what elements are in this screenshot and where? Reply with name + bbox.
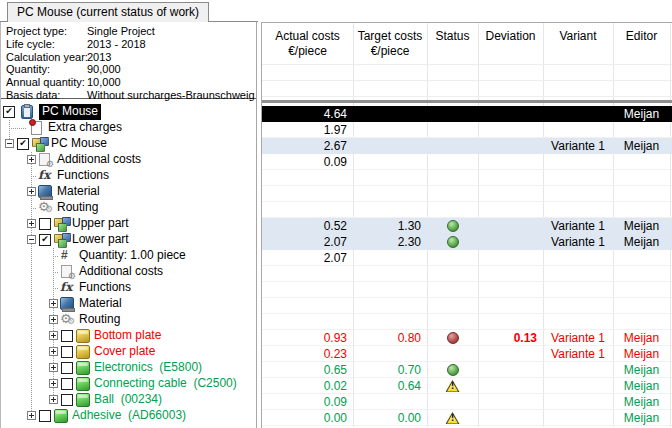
tree-row-routing[interactable]: ⚙Routing [1,312,256,328]
expand-plus-icon[interactable] [49,379,58,388]
tree-row-routing[interactable]: ⚙Routing [1,200,256,216]
tree-label[interactable]: Electronics (E5800) [94,360,202,376]
tree-label[interactable]: Routing [57,200,98,216]
tree-label[interactable]: Adhesive (AD66003) [72,408,186,424]
table-row-adhesive-ad66003[interactable]: 0.000.00!Meijan [262,410,672,426]
tree-label[interactable]: Bottom plate [94,328,161,344]
table-row-material[interactable] [262,298,672,314]
expand-plus-icon[interactable] [27,411,36,420]
tree-label[interactable]: Additional costs [79,264,163,280]
tree-row-additional-costs[interactable]: Additional costs [1,152,256,168]
tree-row-functions[interactable]: fxFunctions [1,280,256,296]
assembly-icon [32,136,48,152]
tree-row-lower-part[interactable]: Lower part [1,232,256,248]
tree-checkbox[interactable] [39,410,51,422]
table-row-upper-part[interactable]: 0.521.30Variante 1Meijan [262,218,672,234]
table-row-lower-part[interactable]: 2.072.30Variante 1Meijan [262,234,672,250]
tree-checkbox[interactable] [61,394,73,406]
tree-checkbox[interactable] [39,234,51,246]
actual-costs-cell: 0.93 [262,330,353,346]
tree-checkbox[interactable] [39,218,51,230]
table-row-extra-charges[interactable]: 1.97 [262,122,672,138]
tree-label[interactable]: Upper part [72,216,129,232]
table-row-routing[interactable] [262,314,672,330]
column-header-status: Status [427,23,478,44]
tree-label[interactable]: Material [57,184,100,200]
collapse-minus-icon[interactable] [5,139,14,148]
tree-label[interactable]: Cover plate [94,344,155,360]
collapse-minus-icon[interactable] [27,235,36,244]
tree-label[interactable]: Functions [57,168,109,184]
target-costs-cell [353,250,427,266]
table-row-cover-plate[interactable]: 0.23Variante 1Meijan [262,346,672,362]
tree-label[interactable]: Material [79,296,122,312]
table-row-functions[interactable] [262,282,672,298]
table-row-bottom-plate[interactable]: 0.930.800.13Variante 1Meijan [262,330,672,346]
variant-cell: Variante 1 [543,138,613,154]
tree-label[interactable]: Connecting cable (C2500) [94,376,237,392]
tree-row-cover-plate[interactable]: Cover plate [1,344,256,360]
target-costs-cell [353,138,427,154]
table-row-routing[interactable] [262,202,672,218]
tree-row-pc-mouse[interactable]: PC Mouse [1,104,256,120]
table-row-connecting-cable-c2500[interactable]: 0.020.64!Meijan [262,378,672,394]
tree-label[interactable]: PC Mouse [51,136,107,152]
expand-plus-icon[interactable] [49,363,58,372]
table-row-electronics-e5800[interactable]: 0.650.70Meijan [262,362,672,378]
table-row-additional-costs[interactable]: 0.09 [262,154,672,170]
status-cell [427,298,478,314]
tree-row-upper-part[interactable]: Upper part [1,216,256,232]
table-row-pc-mouse[interactable]: 2.67Variante 1Meijan [262,138,672,154]
tree-row-pc-mouse[interactable]: PC Mouse [1,136,256,152]
tree-label[interactable]: Additional costs [57,152,141,168]
tree-label[interactable]: Functions [79,280,131,296]
tree-row-electronics-e5800[interactable]: Electronics (E5800) [1,360,256,376]
expand-plus-icon[interactable] [49,331,58,340]
tree-row-ball-00234[interactable]: Ball (00234) [1,392,256,408]
tree-checkbox[interactable] [61,378,73,390]
tree-row-adhesive-ad66003[interactable]: Adhesive (AD66003) [1,408,256,424]
expand-plus-icon[interactable] [49,299,58,308]
tree-label[interactable]: Routing [79,312,120,328]
status-warning-icon: ! [446,412,460,424]
table-row-ball-00234[interactable]: 0.09Meijan [262,394,672,410]
tree-row-material[interactable]: Material [1,296,256,312]
tree-row-extra-charges[interactable]: Extra charges [1,120,256,136]
table-row-pc-mouse[interactable]: 4.64Meijan [262,106,672,122]
tree-checkbox[interactable] [3,106,15,118]
tree-label[interactable]: Lower part [72,232,129,248]
status-cell: ! [427,378,478,394]
expand-plus-icon[interactable] [49,395,58,404]
tree-row-additional-costs[interactable]: Additional costs [1,264,256,280]
deviation-cell [478,378,543,394]
tree-label[interactable]: Ball (00234) [94,392,162,408]
tree-row-quantity-1-00-piece[interactable]: #Quantity: 1.00 piece [1,248,256,264]
target-costs-cell [353,154,427,170]
variant-cell [543,106,613,122]
tree-checkbox[interactable] [61,346,73,358]
tree-label[interactable]: Quantity: 1.00 piece [79,248,186,264]
expand-plus-icon[interactable] [27,219,36,228]
tree-row-bottom-plate[interactable]: Bottom plate [1,328,256,344]
table-row-material[interactable] [262,186,672,202]
tree-row-connecting-cable-c2500[interactable]: Connecting cable (C2500) [1,376,256,392]
tree-checkbox[interactable] [61,362,73,374]
tree-row-functions[interactable]: fxFunctions [1,168,256,184]
project-info-row: Quantity:90,000 [1,63,256,76]
expand-plus-icon[interactable] [49,347,58,356]
tree-label[interactable]: PC Mouse [39,104,101,120]
expand-plus-icon[interactable] [27,187,36,196]
tree-row-material[interactable]: Material [1,184,256,200]
target-costs-cell [353,346,427,362]
tree-label[interactable]: Extra charges [48,120,122,136]
tab-pc-mouse[interactable]: PC Mouse (current status of work) [7,2,209,22]
table-row-functions[interactable] [262,170,672,186]
tree-checkbox[interactable] [61,330,73,342]
table-row-additional-costs[interactable] [262,266,672,282]
tree-checkbox[interactable] [17,138,29,150]
target-costs-cell [353,314,427,330]
expand-plus-icon[interactable] [49,315,58,324]
expand-plus-icon[interactable] [27,155,36,164]
table-row-quantity-1-00-piece[interactable]: 2.07 [262,250,672,266]
actual-costs-cell: 0.23 [262,346,353,362]
